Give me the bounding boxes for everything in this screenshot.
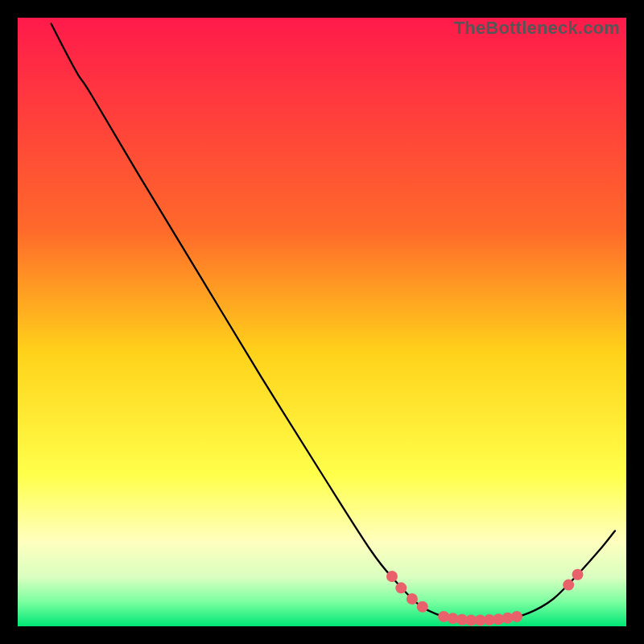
data-marker	[511, 611, 522, 622]
data-marker	[386, 571, 398, 582]
data-marker	[572, 569, 584, 580]
gradient-background	[18, 18, 626, 626]
chart-plot	[18, 18, 626, 626]
data-marker	[563, 580, 574, 591]
data-marker	[407, 593, 418, 605]
watermark-text: TheBottleneck.com	[454, 18, 620, 39]
data-marker	[395, 582, 407, 593]
chart-frame: TheBottleneck.com	[18, 18, 626, 626]
data-marker	[417, 601, 428, 613]
